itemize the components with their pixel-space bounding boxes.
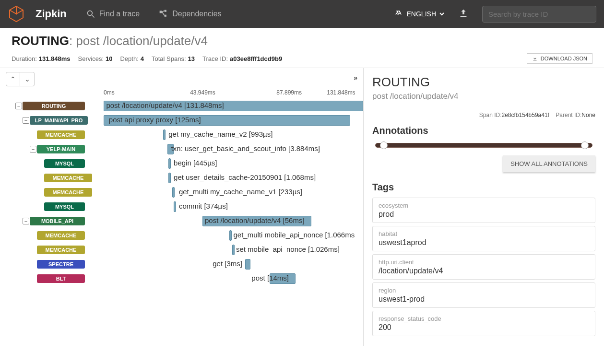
span-row[interactable]: −ROUTINGpost /location/update/v4 [131.84… [6, 99, 363, 113]
span-bar-area: get_multi mobile_api_nonce [1.066ms [104, 228, 363, 243]
toggle-collapse[interactable]: − [30, 146, 36, 153]
services-count: Services:10 [78, 55, 113, 62]
nav-dependencies[interactable]: Dependencies [159, 9, 221, 19]
total-spans: Total Spans:13 [152, 55, 195, 62]
span-row[interactable]: −LP_MAIN/API_PROpost api proxy proxy [12… [6, 113, 363, 128]
span-label: begin [445µs] [174, 159, 217, 167]
svg-rect-4 [165, 10, 166, 12]
toggle-collapse[interactable]: − [23, 117, 29, 124]
collapse-all-button[interactable]: ⌃ [6, 72, 20, 86]
trace-service: ROUTING [12, 34, 69, 48]
annotation-knob-start[interactable] [380, 141, 388, 149]
span-row[interactable]: MEMCACHEget_multi mobile_api_nonce [1.06… [6, 228, 363, 243]
span-row[interactable]: −YELP-MAINtxn: user_get_basic_and_scout_… [6, 142, 363, 156]
tags-title: Tags [372, 182, 595, 193]
translate-icon [395, 10, 404, 18]
service-badge: YELP-MAIN [37, 145, 85, 153]
span-label: post [14ms] [251, 274, 289, 282]
service-badge: SPECTRE [37, 260, 85, 269]
span-bar[interactable] [168, 158, 171, 169]
span-label: post /location/update/v4 [131.848ms] [106, 101, 224, 109]
search-box[interactable] [482, 6, 596, 23]
tick-0: 0ms [104, 89, 115, 96]
tag-key: http.uri.client [379, 258, 589, 266]
tag-item: response_status_code200 [372, 311, 595, 336]
nav-find-trace[interactable]: Find a trace [86, 9, 140, 19]
span-tree-cell: MEMCACHE [6, 228, 104, 243]
download-json-button[interactable]: DOWNLOAD JSON [527, 53, 592, 64]
span-row[interactable]: BLTpost [14ms] [6, 271, 363, 286]
span-row[interactable]: MYSQLbegin [445µs] [6, 156, 363, 171]
trace-panel: ⌃ ⌄ » 0ms 43.949ms 87.899ms 131.848ms −R… [0, 68, 364, 346]
download-icon [532, 56, 538, 61]
search-icon [86, 9, 95, 19]
service-badge: MEMCACHE [44, 174, 92, 182]
tags-list: ecosystemprodhabitatuswest1aprodhttp.uri… [372, 198, 595, 336]
zipkin-logo-icon [8, 5, 25, 23]
span-tree-cell: MEMCACHE [6, 243, 104, 257]
tag-item: ecosystemprod [372, 198, 595, 223]
search-input[interactable] [488, 10, 590, 18]
trace-id: Trace ID:a03ee8fff1dcd9b9 [202, 55, 282, 62]
span-row[interactable]: MYSQLcommit [374µs] [6, 200, 363, 214]
language-select[interactable]: ENGLISH [395, 10, 445, 18]
logo-wrap: Zipkin [8, 5, 67, 23]
tag-value: /location/update/v4 [379, 267, 589, 275]
svg-point-1 [87, 11, 92, 15]
span-bar[interactable] [168, 173, 171, 183]
svg-rect-5 [165, 15, 166, 17]
service-badge: MEMCACHE [37, 231, 85, 240]
span-bar[interactable] [163, 129, 166, 140]
span-bar-area: get my_cache_name_v2 [993µs] [104, 128, 363, 142]
span-label: txn: user_get_basic_and_scout_info [3.88… [171, 144, 320, 153]
service-badge: MEMCACHE [37, 246, 85, 254]
app-header: Zipkin Find a trace Dependencies ENGLISH [0, 0, 604, 28]
span-tree-cell: MEMCACHE [6, 185, 104, 200]
annotation-timeline[interactable] [372, 143, 595, 148]
span-bar[interactable] [232, 245, 235, 255]
span-row[interactable]: −MOBILE_APIpost /location/update/v4 [56m… [6, 214, 363, 228]
tag-key: response_status_code [379, 315, 589, 322]
service-badge: MEMCACHE [44, 188, 92, 197]
span-bar-area: post /location/update/v4 [56ms] [104, 214, 363, 228]
span-bar[interactable] [174, 201, 176, 212]
collapse-detail-button[interactable]: » [354, 74, 357, 82]
brand-name: Zipkin [36, 8, 67, 20]
span-bar[interactable] [245, 259, 250, 270]
show-all-annotations-button[interactable]: SHOW ALL ANNOTATIONS [503, 155, 595, 172]
tag-item: habitatuswest1aprod [372, 226, 595, 251]
span-bar[interactable] [229, 230, 232, 241]
span-row[interactable]: SPECTREget [3ms] [6, 257, 363, 271]
service-badge: LP_MAIN/API_PRO [30, 116, 88, 125]
span-label: get user_details_cache-20150901 [1.068ms… [174, 173, 316, 181]
span-label: set mobile_api_nonce [1.026ms] [236, 245, 340, 253]
expand-all-button[interactable]: ⌄ [20, 72, 35, 86]
annotation-knob-end[interactable] [581, 141, 589, 149]
service-badge: MOBILE_API [30, 217, 85, 225]
span-tree-cell: MYSQL [6, 200, 104, 214]
span-row[interactable]: MEMCACHEget_multi my_cache_name_v1 [233µ… [6, 185, 363, 200]
span-ids: Span ID:2e8cfb154b59a41f Parent ID:None [372, 112, 595, 118]
span-tree-cell: −YELP-MAIN [6, 142, 104, 156]
span-row[interactable]: MEMCACHEget my_cache_name_v2 [993µs] [6, 128, 363, 142]
tag-value: 200 [379, 323, 589, 332]
span-bar[interactable] [172, 187, 175, 198]
depth: Depth:4 [120, 55, 144, 62]
tag-item: http.uri.client/location/update/v4 [372, 254, 595, 280]
span-tree-cell: −MOBILE_API [6, 214, 104, 228]
span-bar-area: set mobile_api_nonce [1.026ms] [104, 243, 363, 257]
toggle-collapse[interactable]: − [15, 103, 22, 109]
span-label: get_multi my_cache_name_v1 [233µs] [179, 188, 302, 196]
toggle-collapse[interactable]: − [23, 218, 29, 224]
tag-item: regionuswest1-prod [372, 282, 595, 308]
trace-title: ROUTING: post /location/update/v4 [12, 34, 592, 48]
nav-find-trace-label: Find a trace [99, 10, 140, 18]
span-label: get my_cache_name_v2 [993µs] [168, 130, 272, 138]
span-label: get [3ms] [213, 259, 242, 268]
span-row[interactable]: MEMCACHEget user_details_cache-20150901 … [6, 171, 363, 185]
service-badge: MEMCACHE [37, 130, 85, 139]
tag-value: uswest1aprod [379, 238, 589, 247]
span-row[interactable]: MEMCACHEset mobile_api_nonce [1.026ms] [6, 243, 363, 257]
upload-button[interactable] [458, 8, 469, 20]
span-tree-cell: MYSQL [6, 156, 104, 171]
